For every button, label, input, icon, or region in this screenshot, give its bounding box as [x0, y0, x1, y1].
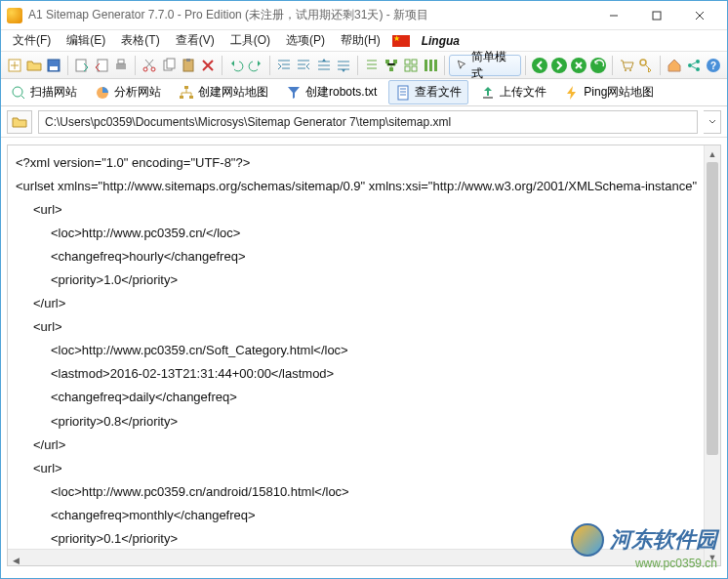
pathbar — [1, 106, 727, 138]
open-button[interactable] — [24, 55, 44, 76]
menu-tools[interactable]: 工具(O) — [222, 30, 278, 51]
chevron-down-icon — [708, 118, 716, 126]
new-project-button[interactable] — [5, 55, 24, 76]
cart-button[interactable] — [617, 55, 636, 76]
svg-point-11 — [143, 67, 147, 71]
path-dropdown-button[interactable] — [704, 110, 721, 134]
indent-left-button[interactable] — [274, 55, 294, 76]
upload-icon — [480, 85, 496, 101]
svg-rect-21 — [412, 60, 417, 64]
import-button[interactable] — [72, 55, 92, 76]
delete-button[interactable] — [198, 55, 218, 76]
tab-analyze-website[interactable]: 分析网站 — [89, 81, 167, 103]
menu-table[interactable]: 表格(T) — [113, 30, 167, 51]
tab-create-sitemap[interactable]: 创建网站地图 — [173, 81, 274, 103]
xml-line: <?xml version="1.0" encoding="UTF-8"?> — [16, 151, 712, 175]
undo-button[interactable] — [226, 55, 246, 76]
svg-rect-43 — [189, 96, 193, 99]
xml-line: </url> — [16, 434, 712, 457]
simple-mode-button[interactable]: 简单模式 — [449, 55, 521, 76]
xml-line: <url> — [16, 457, 712, 480]
svg-rect-23 — [412, 66, 417, 71]
indent-right-button[interactable] — [294, 55, 313, 76]
tab-create-robots[interactable]: 创建robots.txt — [280, 81, 383, 103]
nav-back-button[interactable] — [530, 55, 549, 76]
svg-point-35 — [696, 60, 700, 63]
menu-options[interactable]: 选项(P) — [278, 30, 333, 51]
scroll-left-arrow[interactable]: ◀ — [8, 553, 24, 567]
cut-button[interactable] — [140, 55, 159, 76]
maximize-button[interactable] — [635, 2, 678, 29]
tab-ping-sitemap[interactable]: Ping网站地图 — [558, 81, 660, 103]
copy-button[interactable] — [159, 55, 179, 76]
svg-rect-24 — [425, 60, 427, 71]
xml-line: <priority>0.8</priority> — [16, 410, 712, 434]
tree-view-button[interactable] — [382, 55, 401, 76]
scroll-down-arrow[interactable]: ▼ — [705, 549, 720, 565]
window-title: A1 Sitemap Generator 7.7.0 - Pro Edition… — [28, 7, 592, 23]
svg-point-39 — [13, 87, 22, 97]
key-button[interactable] — [636, 55, 656, 76]
columns-button[interactable] — [421, 55, 440, 76]
sitemap-icon — [179, 85, 194, 101]
xml-line: <urlset xmlns="http://www.sitemaps.org/s… — [16, 175, 712, 198]
titlebar: A1 Sitemap Generator 7.7.0 - Pro Edition… — [1, 1, 727, 30]
list-view-button[interactable] — [362, 55, 382, 76]
svg-point-27 — [532, 58, 547, 73]
flag-china-icon — [392, 35, 410, 47]
path-input[interactable] — [38, 110, 698, 134]
horizontal-scrollbar[interactable]: ◀ — [8, 549, 704, 565]
svg-point-31 — [625, 69, 627, 71]
svg-rect-9 — [116, 63, 126, 69]
home-button[interactable] — [665, 55, 684, 76]
tab-upload-file[interactable]: 上传文件 — [474, 81, 552, 103]
scroll-thumb[interactable] — [707, 162, 718, 455]
save-button[interactable] — [44, 55, 63, 76]
move-up-button[interactable] — [314, 55, 334, 76]
xml-line: <loc>http://www.pc0359.cn/</loc> — [16, 222, 712, 245]
xml-content[interactable]: <?xml version="1.0" encoding="UTF-8"?><u… — [8, 145, 720, 566]
help-button[interactable]: ? — [704, 55, 723, 76]
nav-stop-button[interactable] — [569, 55, 588, 76]
paste-button[interactable] — [179, 55, 198, 76]
xml-line: <priority>0.1</priority> — [16, 527, 712, 551]
menu-lingua[interactable]: Lingua — [414, 32, 467, 50]
nav-refresh-button[interactable] — [588, 55, 608, 76]
vertical-scrollbar[interactable]: ▲ ▼ — [704, 145, 720, 565]
path-browse-button[interactable] — [7, 110, 32, 134]
nav-forward-button[interactable] — [549, 55, 569, 76]
menu-help[interactable]: 帮助(H) — [333, 30, 388, 51]
scroll-up-arrow[interactable]: ▲ — [705, 145, 720, 162]
menu-file[interactable]: 文件(F) — [5, 30, 59, 51]
funnel-icon — [286, 85, 302, 101]
pie-chart-icon — [95, 85, 110, 101]
redo-button[interactable] — [246, 55, 265, 76]
xml-line: <priority>1.0</priority> — [16, 269, 712, 292]
file-viewer: <?xml version="1.0" encoding="UTF-8"?><u… — [7, 145, 721, 566]
svg-rect-45 — [483, 97, 493, 99]
tab-scan-website[interactable]: 扫描网站 — [5, 81, 83, 103]
xml-line: <loc>http://www.pc0359.cn/android/15810.… — [16, 480, 712, 504]
share-button[interactable] — [684, 55, 704, 76]
move-down-button[interactable] — [334, 55, 353, 76]
app-icon — [7, 8, 22, 23]
xml-line: <changefreq>hourly</changefreq> — [16, 245, 712, 269]
menu-edit[interactable]: 编辑(E) — [59, 30, 113, 51]
tab-label: 创建robots.txt — [305, 84, 377, 101]
folder-gear-icon — [12, 114, 27, 130]
menu-view[interactable]: 查看(V) — [168, 30, 222, 51]
grid-view-button[interactable] — [401, 55, 421, 76]
tab-view-file[interactable]: 查看文件 — [388, 80, 468, 104]
export-button[interactable] — [92, 55, 111, 76]
tab-label: 创建网站地图 — [198, 84, 268, 101]
document-lines-icon — [395, 85, 411, 101]
xml-line: <changefreq>monthly</changefreq> — [16, 504, 712, 527]
minimize-button[interactable] — [592, 2, 635, 29]
simple-mode-label: 简单模式 — [471, 49, 513, 82]
xml-line: <url> — [16, 315, 712, 339]
svg-point-36 — [696, 67, 700, 71]
svg-rect-22 — [405, 66, 410, 71]
svg-rect-42 — [180, 96, 183, 99]
print-button[interactable] — [111, 55, 131, 76]
close-button[interactable] — [678, 2, 721, 29]
